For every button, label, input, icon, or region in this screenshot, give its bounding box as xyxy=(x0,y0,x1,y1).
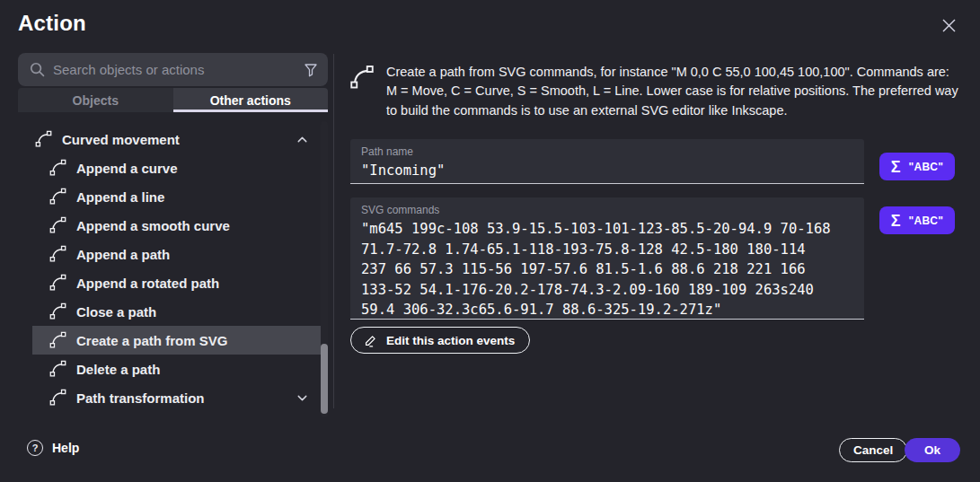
list-item-delete-a-path[interactable]: Delete a path xyxy=(32,355,321,383)
chevron-up-icon xyxy=(295,132,310,147)
path-name-field[interactable]: Path name "Incoming" xyxy=(350,139,864,184)
sigma-icon: Σ xyxy=(891,159,901,175)
list-item-create-a-path-from-svg[interactable]: Create a path from SVG xyxy=(32,326,321,355)
list-item-append-a-smooth-curve[interactable]: Append a smooth curve xyxy=(32,211,321,240)
curve-icon xyxy=(49,188,67,206)
ok-button[interactable]: Ok xyxy=(905,438,960,462)
list-item-path-transformation[interactable]: Path transformation xyxy=(32,383,321,412)
help-label: Help xyxy=(52,441,79,455)
tab-other-actions[interactable]: Other actions xyxy=(173,88,329,112)
search-box xyxy=(18,53,328,86)
close-icon xyxy=(940,17,958,34)
action-dialog: Action Objects Other actions Curved move… xyxy=(0,0,980,482)
search-input[interactable] xyxy=(53,62,296,77)
help-button[interactable]: ? Help xyxy=(27,439,79,457)
pencil-icon xyxy=(363,333,378,348)
help-icon: ? xyxy=(27,440,43,456)
list-item-append-a-curve[interactable]: Append a curve xyxy=(32,153,321,182)
action-list: Curved movement Append a curve Append a … xyxy=(0,125,328,412)
search-icon xyxy=(29,61,46,78)
curve-icon xyxy=(49,216,67,235)
svg-commands-field[interactable]: SVG commands "m645 199c-108 53.9-15.5-10… xyxy=(350,197,864,320)
expression-editor-button-svg-commands[interactable]: Σ "ABC" xyxy=(879,206,955,234)
close-button[interactable] xyxy=(934,11,963,39)
scrollbar-thumb[interactable] xyxy=(321,344,328,414)
list-item-append-a-line[interactable]: Append a line xyxy=(32,182,321,211)
chevron-down-icon xyxy=(295,390,310,406)
curve-icon xyxy=(49,159,67,178)
list-item-curved-movement[interactable]: Curved movement xyxy=(18,125,321,153)
list-item-append-a-rotated-path[interactable]: Append a rotated path xyxy=(32,268,321,297)
panel-divider xyxy=(333,54,334,408)
scrollbar[interactable] xyxy=(321,121,328,417)
expression-button-label: "ABC" xyxy=(908,161,943,173)
sigma-icon: Σ xyxy=(891,213,901,229)
dialog-title: Action xyxy=(18,11,86,36)
curve-icon xyxy=(49,274,67,293)
filter-icon[interactable] xyxy=(303,62,319,78)
curve-icon xyxy=(349,65,375,92)
action-description-row: Create a path from SVG commands, for ins… xyxy=(349,63,964,120)
svg-commands-value[interactable]: "m645 199c-108 53.9-15.5-103-101-123-85.… xyxy=(350,216,864,320)
curve-icon xyxy=(49,245,67,264)
field-label: Path name xyxy=(350,139,864,158)
curve-icon xyxy=(49,331,67,350)
expression-button-label: "ABC" xyxy=(908,215,943,227)
tab-objects[interactable]: Objects xyxy=(18,88,173,112)
cancel-button[interactable]: Cancel xyxy=(839,438,907,462)
curve-icon xyxy=(49,302,67,321)
curve-icon xyxy=(49,389,67,408)
field-label: SVG commands xyxy=(350,197,864,216)
expression-editor-button-path-name[interactable]: Σ "ABC" xyxy=(879,153,955,180)
tab-bar: Objects Other actions xyxy=(18,88,328,112)
list-item-append-a-path[interactable]: Append a path xyxy=(32,240,321,268)
action-description: Create a path from SVG commands, for ins… xyxy=(386,63,961,120)
path-name-value[interactable]: "Incoming" xyxy=(350,158,864,188)
curve-icon xyxy=(34,130,53,149)
edit-button-label: Edit this action events xyxy=(386,334,515,347)
list-item-close-a-path[interactable]: Close a path xyxy=(32,297,321,326)
curve-icon xyxy=(49,360,67,379)
edit-action-events-button[interactable]: Edit this action events xyxy=(350,327,530,354)
